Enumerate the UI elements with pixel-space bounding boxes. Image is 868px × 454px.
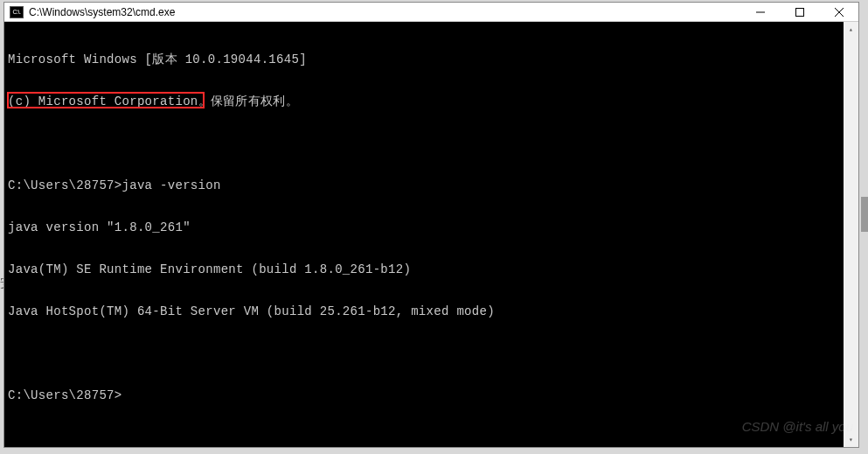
output-line: Java HotSpot(TM) 64-Bit Server VM (build… [8, 304, 840, 318]
output-line: Java(TM) SE Runtime Environment (build 1… [8, 262, 840, 276]
svg-rect-1 [795, 8, 803, 16]
vertical-scrollbar[interactable]: ▴ ▾ [844, 22, 858, 447]
output-line-highlighted: java version "1.8.0_261" [8, 220, 840, 234]
close-button[interactable] [819, 3, 858, 21]
minimize-button[interactable] [740, 3, 780, 21]
window-title: C:\Windows\system32\cmd.exe [29, 6, 740, 18]
titlebar[interactable]: C:\. C:\Windows\system32\cmd.exe [4, 3, 858, 22]
scroll-up-arrow-icon[interactable]: ▴ [844, 22, 858, 37]
prompt-line: C:\Users\28757>java -version [8, 178, 840, 192]
scroll-down-arrow-icon[interactable]: ▾ [844, 432, 858, 447]
terminal-area: Microsoft Windows [版本 10.0.19044.1645] (… [4, 22, 858, 447]
output-line [8, 136, 840, 150]
window-controls [740, 3, 858, 21]
output-line [8, 346, 840, 360]
background-fragment [861, 197, 868, 232]
cmd-window: C:\. C:\Windows\system32\cmd.exe Microso… [3, 2, 859, 448]
cmd-icon: C:\. [10, 6, 24, 18]
prompt-line: C:\Users\28757> [8, 388, 840, 402]
output-line: (c) Microsoft Corporation。保留所有权利。 [8, 94, 840, 108]
maximize-button[interactable] [780, 3, 819, 21]
terminal-output[interactable]: Microsoft Windows [版本 10.0.19044.1645] (… [4, 22, 844, 447]
output-line: Microsoft Windows [版本 10.0.19044.1645] [8, 52, 840, 66]
scrollbar-track[interactable] [844, 37, 858, 432]
